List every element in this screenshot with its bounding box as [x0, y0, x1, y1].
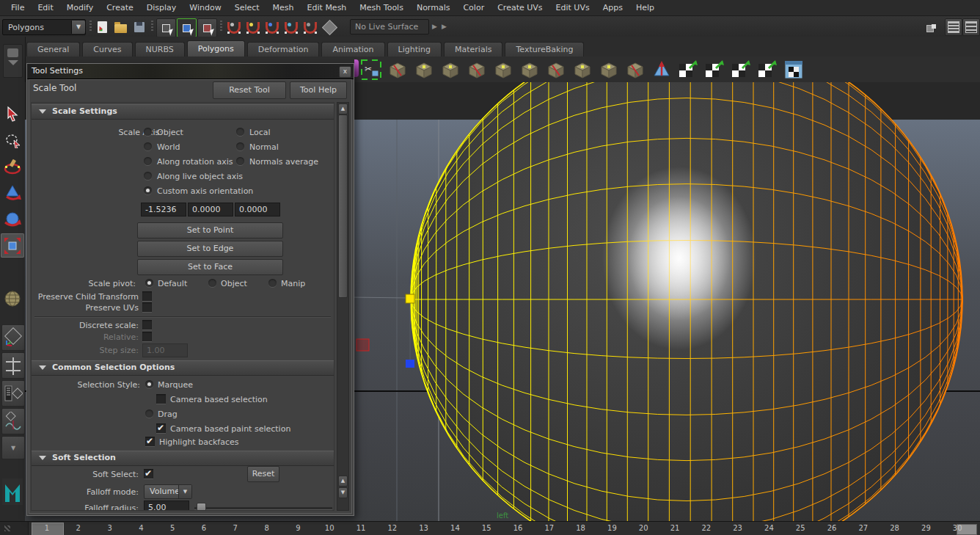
expand-arrow-icon[interactable]: ▶	[442, 23, 447, 30]
frame-number[interactable]: 19	[607, 524, 617, 532]
frame-number[interactable]: 4	[139, 524, 143, 532]
close-icon[interactable]: x	[339, 66, 351, 78]
shelf-tab[interactable]: NURBS	[135, 42, 185, 57]
radio-custom-axis-orientation[interactable]	[144, 186, 152, 194]
menu-set-dropdown[interactable]: Polygons ▼	[2, 19, 86, 35]
persp-graph-layout[interactable]	[1, 408, 25, 434]
falloff-radius-field[interactable]: 5.00	[144, 501, 189, 511]
highlight-backfaces-checkbox[interactable]	[145, 437, 155, 446]
separator[interactable]	[220, 21, 222, 32]
frame-number[interactable]: 28	[890, 524, 899, 532]
shelf-tab[interactable]: Curves	[82, 42, 132, 57]
radio-along-rotation-axis-label[interactable]: Along rotation axis	[157, 157, 233, 167]
radio-object[interactable]	[144, 128, 152, 136]
custom-axis-x-field[interactable]: -1.5236	[141, 203, 186, 216]
radio-pivot-default[interactable]	[145, 279, 153, 287]
menu-item[interactable]: Create UVs	[491, 0, 549, 15]
poke-icon[interactable]	[624, 58, 646, 81]
open-scene-icon[interactable]	[112, 20, 128, 34]
frame-number[interactable]: 22	[701, 524, 711, 532]
bridge-icon[interactable]	[465, 58, 488, 81]
radio-marquee[interactable]	[145, 380, 153, 388]
radio-pivot-manip-label[interactable]: Manip	[281, 279, 305, 288]
snap-to-point-icon[interactable]	[264, 20, 280, 34]
menu-item[interactable]: Window	[183, 0, 227, 15]
shelf-tab[interactable]: Polygons	[187, 40, 245, 57]
menu-item[interactable]: Mesh	[266, 0, 301, 15]
channel-box-icon[interactable]	[945, 18, 962, 36]
discrete-scale-checkbox[interactable]	[142, 320, 152, 330]
rotate-tool[interactable]	[1, 207, 24, 231]
separator[interactable]	[89, 21, 92, 32]
relative-checkbox[interactable]	[142, 332, 152, 341]
combine-icon[interactable]	[386, 58, 409, 81]
lasso-tool[interactable]	[1, 128, 24, 152]
radio-custom-axis-orientation-label[interactable]: Custom axis orientation	[157, 186, 253, 196]
radio-along-rotation-axis[interactable]	[144, 157, 152, 165]
menu-item[interactable]: Display	[140, 0, 183, 15]
uv-planar-icon[interactable]	[676, 58, 699, 81]
menu-item[interactable]: Edit Mesh	[301, 0, 354, 15]
reset-tool-button[interactable]: Reset Tool	[213, 81, 286, 99]
frame-number[interactable]: 27	[858, 524, 868, 532]
camera-based-paint-label[interactable]: Camera based paint selection	[170, 424, 290, 434]
radio-normals-average[interactable]	[236, 157, 244, 165]
radio-drag[interactable]	[145, 410, 153, 418]
uv-editor-icon[interactable]	[782, 58, 805, 81]
tool-settings-titlebar[interactable]: Tool Settings x	[27, 64, 354, 79]
radio-pivot-manip[interactable]	[268, 279, 277, 287]
single-pane-layout[interactable]	[1, 324, 25, 351]
radio-local-label[interactable]: Local	[249, 128, 271, 137]
outliner-persp-layout[interactable]	[1, 380, 25, 407]
falloff-radius-slider[interactable]	[194, 507, 332, 510]
menu-item[interactable]: Select	[228, 0, 266, 15]
snap-to-curve-icon[interactable]	[245, 20, 261, 34]
radio-along-live-object-axis[interactable]	[144, 172, 152, 180]
attribute-editor-icon[interactable]	[962, 18, 980, 36]
soft-select-reset-button[interactable]: Reset	[247, 466, 279, 482]
frame-number[interactable]: 16	[513, 524, 523, 532]
scroll-down-icon[interactable]: ▼	[338, 487, 348, 498]
camera-based-paint-checkbox[interactable]	[156, 423, 166, 433]
select-tool[interactable]	[1, 101, 24, 125]
frame-number[interactable]: 1	[45, 524, 49, 532]
uv-best-plane-icon[interactable]	[756, 58, 778, 81]
frame-number[interactable]: 30	[953, 524, 962, 532]
frame-number[interactable]: 18	[576, 524, 585, 532]
make-live-icon[interactable]	[321, 20, 337, 34]
frame-number[interactable]: 26	[827, 524, 837, 532]
shelf-tab[interactable]: TextureBaking	[505, 42, 584, 57]
frame-number[interactable]: 13	[419, 524, 428, 532]
frame-number[interactable]: 10	[325, 524, 334, 532]
triangulate-icon[interactable]	[544, 58, 567, 81]
menu-item[interactable]: Color	[456, 0, 491, 15]
quadrangulate-icon[interactable]	[571, 58, 593, 81]
menu-item[interactable]: Normals	[410, 0, 457, 15]
radio-local[interactable]	[236, 128, 244, 136]
set-to-point-button[interactable]: Set to Point	[137, 222, 283, 239]
menu-item[interactable]: Create	[100, 0, 140, 15]
new-scene-icon[interactable]	[94, 20, 110, 34]
separate-icon[interactable]	[412, 58, 435, 81]
shelf-tab[interactable]: Materials	[444, 42, 502, 57]
four-pane-layout[interactable]	[1, 352, 25, 379]
boolean-icon[interactable]	[439, 58, 461, 81]
custom-axis-y-field[interactable]: 0.0000	[188, 203, 233, 216]
radio-pivot-object[interactable]	[208, 279, 216, 287]
shelf-icon-partial[interactable]	[354, 59, 359, 77]
step-size-field[interactable]: 1.00	[142, 343, 188, 357]
scrollbar-thumb[interactable]	[338, 114, 348, 298]
construction-history-icon[interactable]	[923, 21, 939, 36]
preserve-child-checkbox[interactable]	[142, 291, 152, 301]
set-to-face-button[interactable]: Set to Face	[137, 259, 283, 275]
select-by-object-icon[interactable]	[177, 18, 197, 37]
scroll-up-icon[interactable]: ▲	[338, 103, 348, 114]
menu-item[interactable]: Edit UVs	[549, 0, 596, 15]
wedge-icon[interactable]	[597, 58, 620, 81]
shelf-tab[interactable]: Animation	[321, 42, 384, 57]
uv-cylindrical-icon[interactable]	[729, 58, 752, 81]
frame-number[interactable]: 9	[296, 524, 300, 532]
highlight-backfaces-label[interactable]: Highlight backfaces	[159, 437, 238, 447]
frame-number[interactable]: 17	[544, 524, 554, 532]
radio-normal-label[interactable]: Normal	[249, 142, 279, 152]
